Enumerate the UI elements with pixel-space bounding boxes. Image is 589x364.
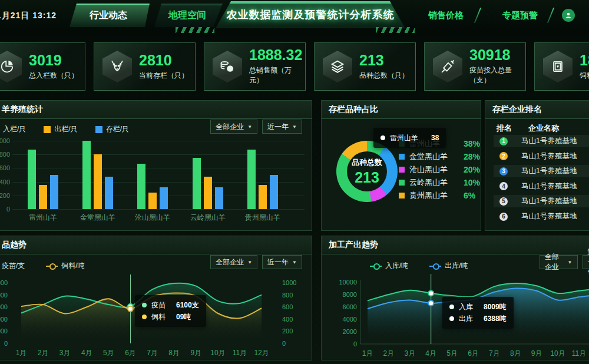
gridline: [12, 209, 305, 210]
page-title: 农业数据监测及预警统计分析系统: [227, 8, 395, 22]
y-axis-tick-left: 4000: [327, 316, 357, 323]
legend-label: 云岭黑山羊: [409, 177, 459, 188]
legend-swatch: [399, 167, 405, 173]
legend-label: 存栏/只: [106, 124, 129, 134]
y-axis-tick-right: 400: [282, 316, 293, 323]
x-axis-category: 云岭黑山羊: [184, 213, 231, 223]
svg-text:¥: ¥: [229, 67, 231, 72]
x-axis-month: 4月: [75, 348, 98, 358]
table-row[interactable]: 6马山1号养殖基地: [494, 210, 589, 223]
company-filter-select[interactable]: 全部企业▼: [210, 255, 257, 269]
chart-filters: 全部企业▼近一年▼: [210, 255, 302, 269]
panel-stock-ratio: 存栏品种占比 品种总数213雷州山羊38%金堂黑山羊28%沧山黑山羊20%云岭黑…: [321, 100, 481, 231]
bar-存栏/只: [215, 187, 223, 209]
chart-tooltip: 入库8009吨出库6388吨: [442, 297, 514, 329]
y-axis-tick-left: 0: [327, 340, 357, 348]
table-row[interactable]: 3马山1号养殖基地: [494, 165, 589, 177]
stat-label: 疫苗投入总量（支）: [469, 65, 525, 85]
x-axis-category: 金堂黑山羊: [74, 213, 121, 223]
legend-item: 出栏/只: [44, 124, 77, 134]
chart-filters: 全部企业▼近一年▼: [540, 255, 589, 269]
table-row[interactable]: 5马山1号养殖基地: [494, 195, 589, 207]
bar-出栏/只: [94, 154, 102, 209]
tooltip-series-name: 出库: [459, 314, 479, 324]
donut-center: 品种总数213: [347, 151, 387, 191]
gridline: [12, 141, 305, 141]
table-row[interactable]: 4马山1号养殖基地: [494, 180, 589, 193]
table-row[interactable]: 1马山1号养殖基地: [494, 135, 589, 147]
chart-filters: 全部企业▼近一年▼: [210, 120, 302, 134]
rank-badge: 2: [499, 152, 508, 160]
bar-入栏/只: [82, 141, 91, 209]
legend-percent: 6%: [464, 191, 475, 200]
company-filter-value: 全部企业: [216, 257, 244, 267]
legend-item: 出库/吨: [429, 261, 468, 271]
legend-swatch: [44, 126, 51, 133]
tab-industry-news[interactable]: 行业动态: [67, 4, 150, 27]
tooltip-dot: [449, 305, 454, 309]
legend-item: 饲料/吨: [46, 261, 84, 271]
y-axis-tick-right: 200: [282, 327, 293, 335]
bar-出栏/只: [148, 193, 157, 209]
gridline: [12, 168, 305, 168]
x-axis-month: 5月: [441, 349, 464, 359]
x-axis-month: 10月: [546, 349, 570, 359]
x-axis-month: 11月: [567, 349, 589, 359]
legend-swatch: [399, 180, 405, 186]
tab-geo-space[interactable]: 地理空间: [152, 4, 223, 27]
y-axis-tick-left: 6000: [327, 303, 357, 310]
period-filter-select[interactable]: 近一年▼: [583, 255, 589, 269]
period-filter-select[interactable]: 近一年▼: [262, 120, 302, 134]
user-avatar-icon[interactable]: [562, 9, 575, 22]
tab-geo-space-label: 地理空间: [168, 9, 206, 22]
stat-value: 30918: [469, 48, 525, 62]
x-axis-month: 6月: [119, 348, 143, 358]
company-filter-select[interactable]: 全部企业▼: [210, 120, 257, 134]
x-axis-category: 雷州山羊: [19, 213, 67, 223]
x-axis-month: 2月: [377, 349, 401, 359]
chevron-down-icon: ▼: [292, 124, 297, 130]
tab-topic-warning[interactable]: 专题预警: [488, 7, 552, 24]
legend-swatch: [399, 154, 405, 160]
company-name: 马山1号养殖基地: [521, 136, 577, 146]
panel-breed-stats: 羊养殖统计 入栏/只出栏/只存栏/只全部企业▼近一年▼0200400600800…: [0, 100, 312, 231]
legend-label: 入栏/只: [3, 124, 26, 134]
legend-line-marker: [429, 266, 441, 267]
company-filter-select[interactable]: 全部企业▼: [540, 255, 578, 269]
ranking-col-rank: 排名: [497, 123, 512, 134]
donut-center-value: 213: [355, 169, 379, 186]
panel-ranking-title: 存栏企业排名: [485, 101, 589, 119]
table-row[interactable]: 2马山1号养殖基地: [494, 150, 589, 163]
coins-icon: ¥: [213, 51, 242, 82]
layers-icon: [323, 51, 352, 82]
legend-item: 入栏/只: [0, 124, 26, 134]
legend-swatch: [95, 126, 102, 133]
gridline: [12, 154, 305, 155]
hazard-stripes-right: [376, 27, 415, 33]
y-axis-tick: 0: [0, 206, 10, 213]
period-filter-select[interactable]: 近一年▼: [262, 255, 302, 269]
chevron-down-icon: ▼: [247, 124, 252, 130]
bar-存栏/只: [160, 187, 168, 209]
y-axis-tick-right: 600: [282, 303, 293, 310]
tooltip-series-name: 雷州山羊: [390, 133, 426, 143]
y-axis-tick-left: 0: [0, 340, 8, 347]
y-axis-tick-right: 800: [282, 292, 293, 299]
x-axis-month: 2月: [31, 348, 55, 358]
panel-breed-title: 羊养殖统计: [0, 101, 312, 119]
tab-sales-price[interactable]: 销售价格: [413, 7, 478, 24]
bar-存栏/只: [105, 177, 113, 209]
legend-item: 疫苗/支: [0, 261, 25, 271]
panel-input-trend: 品趋势 020004000600080001000002004006008001…: [0, 236, 312, 360]
y-axis-tick-left: 4000: [0, 316, 8, 323]
bar-出栏/只: [259, 185, 267, 209]
bar-入栏/只: [28, 150, 36, 209]
y-axis-tick-right: 0: [282, 340, 286, 347]
ranking-col-name: 企业名称: [528, 123, 559, 134]
bar-存栏/只: [270, 175, 278, 209]
pie-legend-item: 贵州黑山羊6%: [399, 190, 475, 201]
tooltip-dot: [142, 303, 147, 307]
x-axis-month: 8月: [163, 348, 186, 358]
legend-percent: 28%: [464, 152, 480, 161]
stat-value: 213: [359, 53, 409, 68]
